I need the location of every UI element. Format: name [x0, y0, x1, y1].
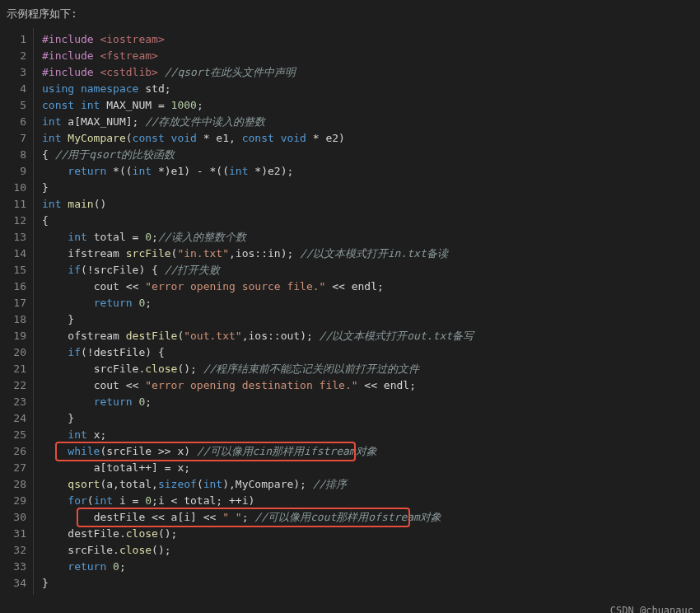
line-number: 17	[3, 295, 26, 311]
line-number: 2	[3, 48, 26, 64]
code-line: { //用于qsort的比较函数	[42, 147, 700, 163]
code-line: ofstream destFile("out.txt",ios::out); /…	[42, 328, 700, 344]
code-line: int total = 0;//读入的整数个数	[42, 229, 700, 246]
code-line: return *((int *)e1) - *((int *)e2);	[42, 163, 700, 180]
code-line: destFile << a[i] << " "; //可以像用cout那样用of…	[42, 509, 700, 526]
line-number: 22	[3, 377, 26, 394]
code-block: 1234567891011121314151617181920212223242…	[0, 28, 700, 613]
code-line: int a[MAX_NUM]; //存放文件中读入的整数	[42, 114, 700, 130]
code-line: for(int i = 0;i < total; ++i)	[42, 493, 700, 509]
line-number: 1	[3, 31, 26, 48]
line-number: 20	[3, 344, 26, 361]
caption-text: 示例程序如下:	[0, 0, 700, 28]
line-number: 21	[3, 361, 26, 377]
line-number: 29	[3, 493, 26, 509]
watermark-text: CSDN @chuanauc	[610, 605, 693, 613]
code-line: return 0;	[42, 295, 700, 311]
code-line: }	[42, 410, 700, 427]
line-number: 14	[3, 246, 26, 262]
line-number: 25	[3, 427, 26, 443]
line-number: 7	[3, 130, 26, 147]
code-line: }	[42, 575, 700, 592]
line-number: 23	[3, 394, 26, 410]
code-line: {	[42, 213, 700, 229]
line-number: 10	[3, 180, 26, 196]
line-number: 8	[3, 147, 26, 163]
code-line: srcFile.close();	[42, 542, 700, 559]
line-number: 30	[3, 509, 26, 526]
code-line: destFile.close();	[42, 526, 700, 542]
code-line: srcFile.close(); //程序结束前不能忘记关闭以前打开过的文件	[42, 361, 700, 377]
code-line: if(!srcFile) { //打开失败	[42, 262, 700, 278]
code-line: #include <cstdlib> //qsort在此头文件中声明	[42, 64, 700, 81]
line-number: 24	[3, 410, 26, 427]
line-number: 5	[3, 97, 26, 114]
line-number: 31	[3, 526, 26, 542]
code-line: const int MAX_NUM = 1000;	[42, 97, 700, 114]
line-number-gutter: 1234567891011121314151617181920212223242…	[0, 28, 34, 595]
code-line: if(!destFile) {	[42, 344, 700, 361]
code-line: using namespace std;	[42, 81, 700, 97]
line-number: 34	[3, 575, 26, 592]
code-line: cout << "error opening destination file.…	[42, 377, 700, 394]
line-number: 27	[3, 460, 26, 476]
code-line: int MyCompare(const void * e1, const voi…	[42, 130, 700, 147]
code-line: return 0;	[42, 559, 700, 575]
line-number: 13	[3, 229, 26, 246]
code-line: a[total++] = x;	[42, 460, 700, 476]
code-line: int main()	[42, 196, 700, 213]
line-number: 32	[3, 542, 26, 559]
code-line: cout << "error opening source file." << …	[42, 278, 700, 295]
code-line: int x;	[42, 427, 700, 443]
code-line: #include <fstream>	[42, 48, 700, 64]
code-line: #include <iostream>	[42, 31, 700, 48]
code-line: }	[42, 311, 700, 328]
line-number: 9	[3, 163, 26, 180]
line-number: 3	[3, 64, 26, 81]
code-line: return 0;	[42, 394, 700, 410]
line-number: 11	[3, 196, 26, 213]
line-number: 19	[3, 328, 26, 344]
code-line: }	[42, 180, 700, 196]
code-line: while(srcFile >> x) //可以像用cin那样用ifstream…	[42, 443, 700, 460]
line-number: 26	[3, 443, 26, 460]
line-number: 6	[3, 114, 26, 130]
line-number: 12	[3, 213, 26, 229]
line-number: 18	[3, 311, 26, 328]
line-number: 4	[3, 81, 26, 97]
code-line: ifstream srcFile("in.txt",ios::in); //以文…	[42, 246, 700, 262]
line-number: 15	[3, 262, 26, 278]
line-number: 16	[3, 278, 26, 295]
code-content[interactable]: #include <iostream>#include <fstream>#in…	[34, 28, 700, 595]
line-number: 33	[3, 559, 26, 575]
line-number: 28	[3, 476, 26, 493]
code-line: qsort(a,total,sizeof(int),MyCompare); //…	[42, 476, 700, 493]
